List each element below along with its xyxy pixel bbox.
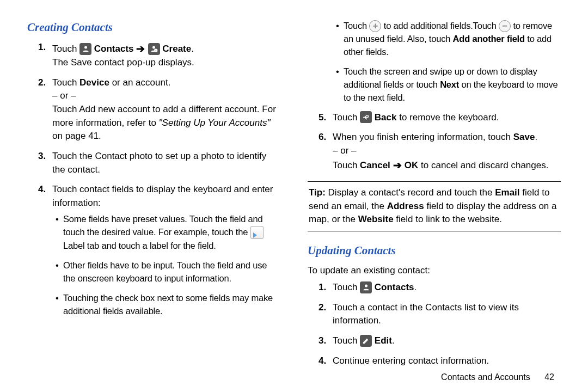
back-icon <box>360 111 372 123</box>
contacts-label: Contacts <box>94 44 134 54</box>
create-label: Create <box>162 44 191 54</box>
svg-point-4 <box>365 285 367 287</box>
footer-page-number: 42 <box>544 372 554 382</box>
bullet-1: Some fields have preset values. Touch th… <box>63 213 280 252</box>
step-1-sub: The Save contact pop-up displays. <box>52 56 280 70</box>
svg-point-1 <box>152 46 155 49</box>
contacts-icon <box>79 43 91 55</box>
updating-intro: To update an existing contact: <box>308 264 561 278</box>
page-content: Creating Contacts Touch Contacts ➔ + Cre… <box>0 0 588 359</box>
label-tab-icon <box>250 226 264 239</box>
right-column: Touch + to add additional fields.Touch −… <box>308 16 561 359</box>
u-step-1: Touch Contacts. <box>333 281 561 295</box>
footer-section: Contacts and Accounts <box>441 372 530 382</box>
contacts-icon <box>360 281 372 293</box>
heading-updating-contacts: Updating Contacts <box>308 242 561 259</box>
step-6-sub: Touch Cancel ➔ OK to cancel and discard … <box>333 157 561 173</box>
step-6: When you finish entering information, to… <box>333 131 561 173</box>
or-divider: – or – <box>333 144 561 158</box>
arrow-icon: ➔ <box>393 160 405 171</box>
cross-reference: "Setting Up Your Accounts" <box>159 118 271 128</box>
step-5: Touch Back to remove the keyboard. <box>333 111 561 125</box>
step-3: Touch the Contact photo to set up a phot… <box>52 150 280 176</box>
bullet-3: Touching the check box next to some fiel… <box>63 292 280 318</box>
svg-point-0 <box>84 46 87 49</box>
left-column: Creating Contacts Touch Contacts ➔ + Cre… <box>27 16 280 359</box>
create-icon: + <box>148 43 160 55</box>
tip-box: Tip: Display a contact's record and touc… <box>308 181 561 231</box>
creating-steps-cont: Touch Back to remove the keyboard. When … <box>308 111 561 173</box>
bullet-5: Touch the screen and swipe up or down to… <box>344 65 561 105</box>
u-step-3: Touch Edit. <box>333 334 561 348</box>
creating-steps: Touch Contacts ➔ + Create. The Save cont… <box>27 41 280 317</box>
u-step-2: Touch a contact in the Contacts list to … <box>333 301 561 328</box>
bullet-4: Touch + to add additional fields.Touch −… <box>344 20 561 59</box>
plus-icon: + <box>369 20 381 32</box>
minus-icon: − <box>499 20 511 32</box>
step-1: Touch Contacts ➔ + Create. The Save cont… <box>52 41 280 69</box>
svg-text:+: + <box>155 49 157 52</box>
step-4-bullets-cont: Touch + to add additional fields.Touch −… <box>308 20 561 105</box>
step-4: Touch contact fields to display the keyb… <box>52 183 280 317</box>
page-footer: Contacts and Accounts 42 <box>441 372 554 382</box>
step-2-sub: Touch Add new account to add a different… <box>52 103 280 143</box>
bullet-2: Other fields have to be input. Touch the… <box>63 259 280 285</box>
updating-steps: Touch Contacts. Touch a contact in the C… <box>308 281 561 367</box>
edit-icon <box>360 335 372 347</box>
u-step-4: Continue entering contact information. <box>333 354 561 368</box>
heading-creating-contacts: Creating Contacts <box>27 19 280 35</box>
tip-label: Tip: <box>309 187 326 198</box>
or-divider: – or – <box>52 89 280 103</box>
step-2: Touch Device or an account. – or – Touch… <box>52 76 280 143</box>
step-4-bullets: Some fields have preset values. Touch th… <box>52 213 280 317</box>
arrow-icon: ➔ <box>136 43 148 54</box>
